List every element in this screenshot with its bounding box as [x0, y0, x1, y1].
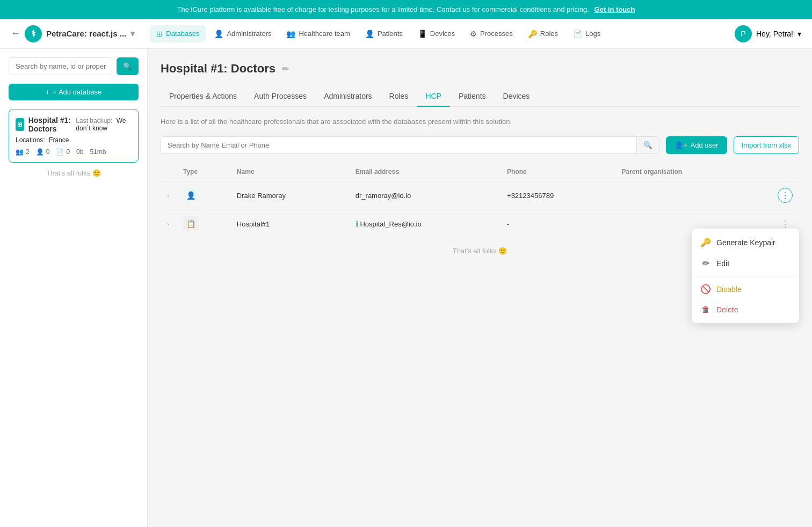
col-email: Email address	[349, 163, 501, 181]
row-expand-icon[interactable]: ›	[167, 192, 169, 200]
user-avatar: P	[735, 25, 752, 42]
db-locations-value: France	[49, 136, 69, 144]
banner-link[interactable]: Get in touch	[595, 5, 635, 13]
row-name: Hospital#1	[230, 210, 349, 238]
tab-administrators[interactable]: Administrators	[315, 86, 380, 107]
row-expand-icon[interactable]: ›	[167, 221, 169, 228]
nav-item-administrators[interactable]: 👤 Administrators	[208, 25, 278, 42]
db-stat-files: 📄 0	[56, 148, 70, 156]
context-menu-delete[interactable]: 🗑 Delete	[692, 299, 799, 320]
brand-name: PetraCare: react.js ...	[46, 29, 126, 38]
generate-keypair-icon: 🔑	[700, 237, 711, 247]
nav-item-healthcare-team[interactable]: 👥 Healthcare team	[280, 25, 356, 42]
files-count: 0	[66, 148, 70, 156]
back-button[interactable]: ←	[11, 28, 20, 39]
row-action-menu-button[interactable]: ⋮	[778, 188, 793, 203]
add-user-button[interactable]: 👤+ Add user	[666, 136, 727, 154]
context-menu-edit[interactable]: ✏ Edit	[692, 253, 799, 274]
devices-icon: 📱	[418, 30, 427, 38]
add-user-label: Add user	[690, 141, 718, 149]
nav-item-patients[interactable]: 👤 Patients	[359, 25, 409, 42]
main-layout: 🔍 + + Add database ⊞ Hospital #1: Doctor…	[0, 49, 812, 527]
nav-item-processes[interactable]: ⚙ Processes	[463, 25, 519, 42]
import-button[interactable]: Import from xlsx	[734, 136, 799, 154]
brand: ⚕ PetraCare: react.js ... ▾	[25, 25, 135, 42]
import-label: Import from xlsx	[742, 141, 791, 149]
context-menu-generate-keypair[interactable]: 🔑 Generate Keypair	[692, 232, 799, 253]
nav-label-administrators: Administrators	[227, 30, 271, 38]
roles-count: 0	[46, 148, 50, 156]
roles-icon: 🔑	[528, 30, 537, 38]
db-card-backup: Last backup: We don`t know	[76, 117, 132, 132]
row-parent-org	[615, 181, 756, 210]
db-stat-users: 👥 2	[16, 148, 30, 156]
table-search-button[interactable]: 🔍	[636, 137, 659, 153]
top-banner: The iCure platform is available free of …	[0, 0, 812, 19]
row-email: dr_ramoray@io.io	[349, 181, 501, 210]
db-stat-size: 0b	[76, 148, 83, 156]
nav-item-devices[interactable]: 📱 Devices	[411, 25, 461, 42]
add-db-label: + Add database	[53, 88, 102, 96]
col-phone: Phone	[501, 163, 615, 181]
nav-item-databases[interactable]: ⊞ Databases	[150, 25, 206, 42]
delete-label: Delete	[716, 305, 738, 314]
content-tabs: Properties & Actions Auth Processes Admi…	[161, 86, 799, 107]
size-value: 0b	[76, 148, 83, 156]
administrators-icon: 👤	[214, 30, 223, 38]
page-title: Hospital #1: Doctors	[161, 62, 276, 76]
nav-label-databases: Databases	[166, 30, 199, 38]
sidebar-search-input[interactable]	[9, 58, 112, 75]
content-description: Here is a list of all the healthcare pro…	[161, 118, 799, 126]
nav-label-healthcare-team: Healthcare team	[299, 30, 350, 38]
table-search-container: 🔍	[161, 136, 659, 154]
brand-dropdown-icon[interactable]: ▾	[130, 29, 135, 39]
roles-stat-icon: 👤	[36, 148, 44, 156]
databases-icon: ⊞	[156, 30, 163, 38]
sidebar-search-button[interactable]: 🔍	[117, 57, 139, 75]
tab-hcp[interactable]: HCP	[417, 86, 450, 107]
row-phone: +32123456789	[501, 181, 615, 210]
delete-icon: 🗑	[700, 305, 711, 314]
add-database-button[interactable]: + + Add database	[9, 84, 139, 100]
user-dropdown-icon: ▾	[798, 30, 801, 38]
logs-icon: 📄	[573, 30, 582, 38]
user-menu[interactable]: P Hey, Petra! ▾	[735, 25, 801, 42]
col-type: Type	[177, 163, 230, 181]
table-header: Type Name Email address Phone Parent org…	[161, 163, 799, 181]
content-header: Hospital #1: Doctors ✏	[161, 62, 799, 76]
users-count: 2	[26, 148, 30, 156]
sidebar-controls: 🔍	[9, 57, 139, 75]
table-search-input[interactable]	[161, 137, 636, 153]
row-type-person-icon: 👤	[183, 188, 198, 203]
db-card-header: ⊞ Hospital #1: Doctors Last backup: We d…	[16, 116, 132, 133]
row-email: ℹ Hospital_Res@io.io	[349, 210, 501, 238]
nav-items: ⊞ Databases 👤 Administrators 👥 Healthcar…	[150, 25, 730, 42]
db-card-name: Hospital #1: Doctors	[28, 116, 76, 133]
info-icon[interactable]: ℹ	[356, 219, 358, 228]
tab-auth[interactable]: Auth Processes	[245, 86, 315, 107]
db-stat-dbsize: 51mb	[90, 148, 106, 156]
db-card-icon: ⊞	[16, 118, 24, 131]
tab-patients[interactable]: Patients	[450, 86, 495, 107]
processes-icon: ⚙	[470, 30, 477, 38]
sidebar-search-container	[9, 57, 112, 75]
db-locations: Locations: France	[16, 136, 132, 144]
disable-icon: 🚫	[700, 284, 711, 294]
nav-item-logs[interactable]: 📄 Logs	[567, 25, 607, 42]
tab-properties[interactable]: Properties & Actions	[161, 86, 245, 107]
banner-text: The iCure platform is available free of …	[177, 5, 589, 13]
row-phone: -	[501, 210, 615, 238]
nav-label-devices: Devices	[430, 30, 455, 38]
context-menu: 🔑 Generate Keypair ✏ Edit 🚫 Disable 🗑 De…	[692, 229, 799, 323]
nav-item-roles[interactable]: 🔑 Roles	[521, 25, 564, 42]
edit-title-icon[interactable]: ✏	[282, 64, 289, 74]
edit-label: Edit	[716, 259, 729, 268]
context-menu-disable[interactable]: 🚫 Disable	[692, 279, 799, 299]
db-stats: 👥 2 👤 0 📄 0 0b 51mb	[16, 148, 132, 156]
nav-label-patients: Patients	[378, 30, 403, 38]
nav-label-processes: Processes	[480, 30, 513, 38]
tab-devices[interactable]: Devices	[495, 86, 539, 107]
tab-roles[interactable]: Roles	[381, 86, 417, 107]
hcp-table: Type Name Email address Phone Parent org…	[161, 163, 799, 238]
db-card[interactable]: ⊞ Hospital #1: Doctors Last backup: We d…	[9, 109, 139, 163]
